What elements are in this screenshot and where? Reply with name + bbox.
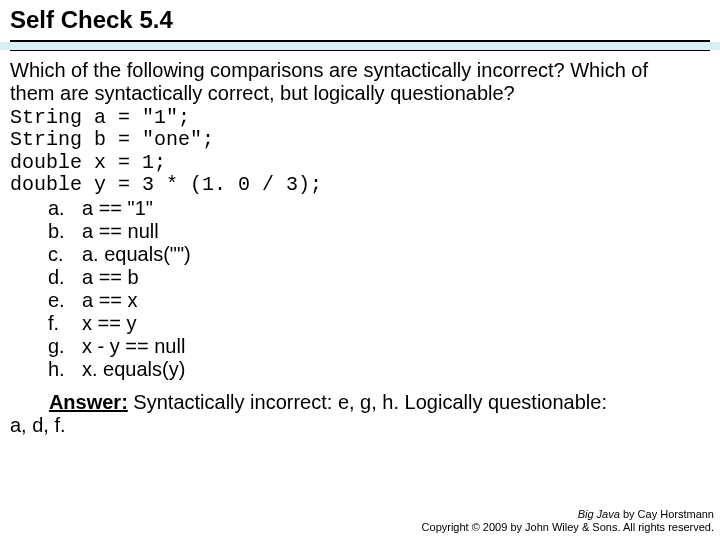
book-title: Big Java (578, 508, 620, 520)
title-accent-bar (0, 42, 720, 50)
code-line-2: String b = "one"; (10, 128, 214, 151)
option-text: a == null (82, 220, 159, 243)
answer-block: Answer: Syntactically incorrect: e, g, h… (10, 391, 710, 414)
options-list: a.a == "1" b.a == null c.a. equals("") d… (48, 197, 710, 381)
option-label: d. (48, 266, 82, 289)
option-c: c.a. equals("") (48, 243, 710, 266)
question-line-1: Which of the following comparisons are s… (10, 59, 648, 81)
option-label: b. (48, 220, 82, 243)
option-label: e. (48, 289, 82, 312)
option-label: a. (48, 197, 82, 220)
option-d: d.a == b (48, 266, 710, 289)
footer-line-1: Big Java by Cay Horstmann (422, 508, 714, 521)
code-line-4: double y = 3 * (1. 0 / 3); (10, 173, 322, 196)
code-block: String a = "1"; String b = "one"; double… (10, 107, 710, 197)
option-text: x == y (82, 312, 136, 335)
footer: Big Java by Cay Horstmann Copyright © 20… (422, 508, 714, 534)
option-label: c. (48, 243, 82, 266)
option-a: a.a == "1" (48, 197, 710, 220)
option-g: g.x - y == null (48, 335, 710, 358)
option-text: x - y == null (82, 335, 185, 358)
option-text: a == "1" (82, 197, 153, 220)
option-b: b.a == null (48, 220, 710, 243)
option-text: a == x (82, 289, 138, 312)
option-text: a == b (82, 266, 139, 289)
question-line-2: them are syntactically correct, but logi… (10, 82, 515, 104)
code-line-3: double x = 1; (10, 151, 166, 174)
book-author: by Cay Horstmann (620, 508, 714, 520)
answer-continuation: a, d, f. (10, 414, 710, 437)
option-label: h. (48, 358, 82, 381)
option-label: g. (48, 335, 82, 358)
option-text: x. equals(y) (82, 358, 185, 381)
page-title: Self Check 5.4 (10, 6, 710, 34)
sub-divider (10, 50, 710, 51)
code-line-1: String a = "1"; (10, 106, 190, 129)
option-text: a. equals("") (82, 243, 191, 266)
option-f: f.x == y (48, 312, 710, 335)
option-label: f. (48, 312, 82, 335)
answer-label: Answer: (49, 391, 128, 413)
option-e: e.a == x (48, 289, 710, 312)
question-text: Which of the following comparisons are s… (10, 59, 710, 105)
option-h: h.x. equals(y) (48, 358, 710, 381)
answer-text: Syntactically incorrect: e, g, h. Logica… (128, 391, 607, 413)
footer-line-2: Copyright © 2009 by John Wiley & Sons. A… (422, 521, 714, 534)
